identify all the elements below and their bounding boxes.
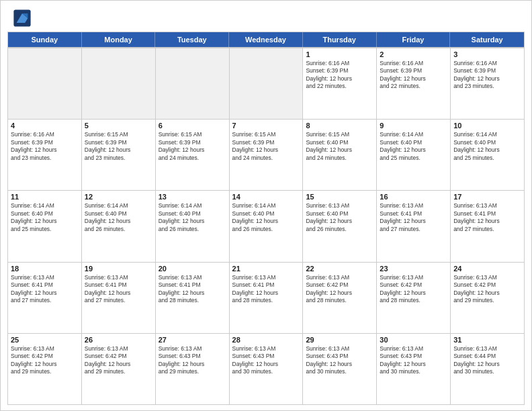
day-number: 14: [232, 193, 300, 201]
day-info: Sunrise: 6:13 AM Sunset: 6:41 PM Dayligh…: [232, 274, 300, 305]
day-info: Sunrise: 6:13 AM Sunset: 6:43 PM Dayligh…: [232, 345, 300, 376]
day-number: 31: [453, 336, 521, 344]
cal-cell: [8, 48, 82, 119]
cal-cell: 16Sunrise: 6:13 AM Sunset: 6:41 PM Dayli…: [377, 190, 451, 261]
day-number: 26: [85, 336, 152, 344]
day-info: Sunrise: 6:13 AM Sunset: 6:41 PM Dayligh…: [11, 274, 79, 305]
day-info: Sunrise: 6:13 AM Sunset: 6:42 PM Dayligh…: [453, 274, 521, 305]
day-info: Sunrise: 6:14 AM Sunset: 6:40 PM Dayligh…: [380, 131, 447, 162]
cal-cell: 3Sunrise: 6:16 AM Sunset: 6:39 PM Daylig…: [451, 48, 525, 119]
day-info: Sunrise: 6:13 AM Sunset: 6:41 PM Dayligh…: [380, 202, 447, 233]
day-number: 1: [306, 50, 373, 58]
day-info: Sunrise: 6:15 AM Sunset: 6:39 PM Dayligh…: [159, 131, 226, 162]
cal-cell: 27Sunrise: 6:13 AM Sunset: 6:43 PM Dayli…: [156, 333, 230, 404]
cal-cell: 28Sunrise: 6:13 AM Sunset: 6:43 PM Dayli…: [230, 333, 304, 404]
cal-header-day-friday: Friday: [377, 32, 451, 47]
day-info: Sunrise: 6:13 AM Sunset: 6:42 PM Dayligh…: [85, 345, 152, 376]
day-number: 5: [85, 122, 152, 130]
cal-cell: 21Sunrise: 6:13 AM Sunset: 6:41 PM Dayli…: [230, 262, 304, 333]
cal-cell: 14Sunrise: 6:14 AM Sunset: 6:40 PM Dayli…: [230, 190, 304, 261]
day-info: Sunrise: 6:13 AM Sunset: 6:43 PM Dayligh…: [380, 345, 447, 376]
cal-header-day-monday: Monday: [82, 32, 156, 47]
day-number: 10: [453, 122, 521, 130]
day-info: Sunrise: 6:13 AM Sunset: 6:44 PM Dayligh…: [453, 345, 521, 376]
cal-cell: 8Sunrise: 6:15 AM Sunset: 6:40 PM Daylig…: [303, 119, 377, 190]
cal-header-day-wednesday: Wednesday: [229, 32, 303, 47]
day-number: 9: [380, 122, 447, 130]
cal-cell: 31Sunrise: 6:13 AM Sunset: 6:44 PM Dayli…: [451, 333, 525, 404]
cal-cell: [156, 48, 230, 119]
cal-cell: 22Sunrise: 6:13 AM Sunset: 6:42 PM Dayli…: [303, 262, 377, 333]
cal-cell: 7Sunrise: 6:15 AM Sunset: 6:39 PM Daylig…: [230, 119, 304, 190]
cal-cell: 23Sunrise: 6:13 AM Sunset: 6:42 PM Dayli…: [377, 262, 451, 333]
day-info: Sunrise: 6:14 AM Sunset: 6:40 PM Dayligh…: [85, 202, 152, 233]
cal-cell: 30Sunrise: 6:13 AM Sunset: 6:43 PM Dayli…: [377, 333, 451, 404]
cal-cell: 29Sunrise: 6:13 AM Sunset: 6:43 PM Dayli…: [303, 333, 377, 404]
day-info: Sunrise: 6:13 AM Sunset: 6:41 PM Dayligh…: [85, 274, 152, 305]
day-info: Sunrise: 6:13 AM Sunset: 6:43 PM Dayligh…: [159, 345, 226, 376]
cal-cell: 10Sunrise: 6:14 AM Sunset: 6:40 PM Dayli…: [451, 119, 525, 190]
day-info: Sunrise: 6:13 AM Sunset: 6:43 PM Dayligh…: [306, 345, 373, 376]
cal-header-day-tuesday: Tuesday: [155, 32, 229, 47]
cal-cell: 25Sunrise: 6:13 AM Sunset: 6:42 PM Dayli…: [8, 333, 82, 404]
cal-header-day-saturday: Saturday: [450, 32, 524, 47]
header: [1, 1, 531, 32]
day-number: 15: [306, 193, 373, 201]
cal-cell: 4Sunrise: 6:16 AM Sunset: 6:39 PM Daylig…: [8, 119, 82, 190]
day-number: 21: [232, 265, 300, 273]
cal-cell: 13Sunrise: 6:14 AM Sunset: 6:40 PM Dayli…: [156, 190, 230, 261]
day-number: 29: [306, 336, 373, 344]
cal-cell: 5Sunrise: 6:15 AM Sunset: 6:39 PM Daylig…: [82, 119, 156, 190]
cal-cell: 1Sunrise: 6:16 AM Sunset: 6:39 PM Daylig…: [303, 48, 377, 119]
calendar: SundayMondayTuesdayWednesdayThursdayFrid…: [1, 32, 531, 410]
day-number: 24: [453, 265, 521, 273]
day-info: Sunrise: 6:16 AM Sunset: 6:39 PM Dayligh…: [11, 131, 79, 162]
calendar-header: SundayMondayTuesdayWednesdayThursdayFrid…: [7, 32, 525, 48]
day-number: 7: [232, 122, 300, 130]
cal-header-day-sunday: Sunday: [8, 32, 82, 47]
logo: [13, 9, 34, 28]
day-info: Sunrise: 6:15 AM Sunset: 6:39 PM Dayligh…: [85, 131, 152, 162]
cal-cell: 2Sunrise: 6:16 AM Sunset: 6:39 PM Daylig…: [377, 48, 451, 119]
day-info: Sunrise: 6:13 AM Sunset: 6:40 PM Dayligh…: [306, 202, 373, 233]
cal-cell: 26Sunrise: 6:13 AM Sunset: 6:42 PM Dayli…: [82, 333, 156, 404]
day-number: 8: [306, 122, 373, 130]
day-number: 16: [380, 193, 447, 201]
day-number: 23: [380, 265, 447, 273]
page: SundayMondayTuesdayWednesdayThursdayFrid…: [0, 0, 532, 411]
day-number: 11: [11, 193, 79, 201]
calendar-grid: 1Sunrise: 6:16 AM Sunset: 6:39 PM Daylig…: [7, 48, 525, 405]
day-number: 12: [85, 193, 152, 201]
day-info: Sunrise: 6:14 AM Sunset: 6:40 PM Dayligh…: [453, 131, 521, 162]
day-number: 28: [232, 336, 300, 344]
day-number: 20: [159, 265, 226, 273]
day-number: 6: [159, 122, 226, 130]
day-number: 3: [453, 50, 521, 58]
day-info: Sunrise: 6:13 AM Sunset: 6:42 PM Dayligh…: [380, 274, 447, 305]
day-info: Sunrise: 6:14 AM Sunset: 6:40 PM Dayligh…: [159, 202, 226, 233]
cal-cell: [230, 48, 304, 119]
cal-cell: 17Sunrise: 6:13 AM Sunset: 6:41 PM Dayli…: [451, 190, 525, 261]
day-number: 22: [306, 265, 373, 273]
day-info: Sunrise: 6:15 AM Sunset: 6:39 PM Dayligh…: [232, 131, 300, 162]
day-number: 4: [11, 122, 79, 130]
day-info: Sunrise: 6:15 AM Sunset: 6:40 PM Dayligh…: [306, 131, 373, 162]
day-number: 19: [85, 265, 152, 273]
cal-cell: 12Sunrise: 6:14 AM Sunset: 6:40 PM Dayli…: [82, 190, 156, 261]
logo-icon: [13, 9, 32, 28]
cal-cell: 20Sunrise: 6:13 AM Sunset: 6:41 PM Dayli…: [156, 262, 230, 333]
day-info: Sunrise: 6:13 AM Sunset: 6:41 PM Dayligh…: [453, 202, 521, 233]
day-number: 25: [11, 336, 79, 344]
day-number: 2: [380, 50, 447, 58]
day-info: Sunrise: 6:16 AM Sunset: 6:39 PM Dayligh…: [453, 60, 521, 91]
day-number: 27: [159, 336, 226, 344]
cal-cell: 18Sunrise: 6:13 AM Sunset: 6:41 PM Dayli…: [8, 262, 82, 333]
cal-cell: 11Sunrise: 6:14 AM Sunset: 6:40 PM Dayli…: [8, 190, 82, 261]
day-info: Sunrise: 6:14 AM Sunset: 6:40 PM Dayligh…: [232, 202, 300, 233]
day-info: Sunrise: 6:16 AM Sunset: 6:39 PM Dayligh…: [306, 60, 373, 91]
day-info: Sunrise: 6:13 AM Sunset: 6:42 PM Dayligh…: [306, 274, 373, 305]
cal-cell: 24Sunrise: 6:13 AM Sunset: 6:42 PM Dayli…: [451, 262, 525, 333]
cal-cell: 9Sunrise: 6:14 AM Sunset: 6:40 PM Daylig…: [377, 119, 451, 190]
day-number: 13: [159, 193, 226, 201]
cal-cell: 15Sunrise: 6:13 AM Sunset: 6:40 PM Dayli…: [303, 190, 377, 261]
